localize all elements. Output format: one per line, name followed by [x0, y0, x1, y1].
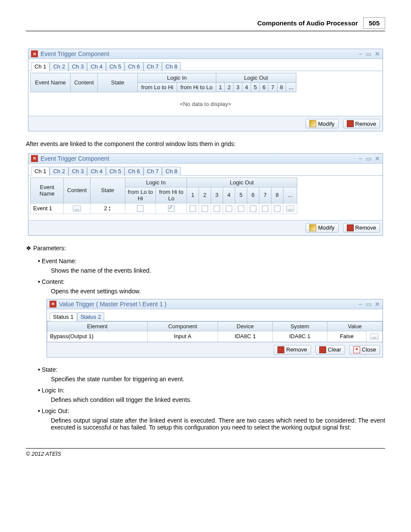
close-icon[interactable]: ✕ [375, 301, 380, 308]
app-icon: ✕ [50, 301, 56, 308]
pencil-icon [309, 120, 316, 127]
tab-ch6[interactable]: Ch 6 [125, 167, 143, 176]
param-logic-in-title: Logic In: [42, 387, 65, 394]
remove-icon [347, 224, 354, 231]
minimize-icon[interactable]: − [359, 155, 362, 162]
value-row: Bypass(Output 1) Input A IDA8C 1 IDA8C 1… [47, 331, 383, 342]
events-grid-filled: Event Name Content State Logic In Logic … [30, 177, 297, 214]
close-button[interactable]: ✕Close [349, 345, 380, 355]
maximize-icon[interactable]: ▭ [366, 50, 371, 57]
tab-ch5[interactable]: Ch 5 [106, 62, 125, 71]
tab-ch7[interactable]: Ch 7 [143, 62, 162, 71]
cell-value: False [327, 331, 366, 342]
tab-ch4[interactable]: Ch 4 [87, 167, 106, 176]
cell-out-2[interactable] [199, 203, 211, 214]
cell-out-5[interactable] [235, 203, 247, 214]
remove-button[interactable]: Remove [343, 223, 380, 233]
pencil-icon [309, 224, 316, 231]
col-out-3: 3 [234, 83, 242, 92]
maximize-icon[interactable]: ▭ [366, 301, 371, 308]
param-state-desc: Specifies the state number for triggerin… [51, 376, 385, 383]
cell-component: Input A [147, 331, 218, 342]
modify-button[interactable]: Modify [305, 223, 338, 233]
tab-ch6[interactable]: Ch 6 [125, 62, 143, 71]
cell-hi-lo[interactable] [156, 203, 187, 214]
param-content-title: Content: [42, 278, 65, 285]
event-trigger-window-empty: ✕ Event Trigger Component − ▭ ✕ Ch 1 Ch … [28, 49, 383, 131]
col-content: Content [71, 73, 98, 92]
param-logic-in-desc: Defines which condition will trigger the… [51, 396, 385, 403]
window-title: Event Trigger Component [40, 50, 359, 57]
remove-button[interactable]: Remove [343, 119, 380, 128]
status-tabs: Status 1 Status 2 [47, 309, 383, 321]
tab-status1[interactable]: Status 1 [50, 312, 77, 321]
tab-ch1[interactable]: Ch 1 [31, 167, 50, 176]
events-grid-empty: Event Name Content State Logic In Logic … [30, 73, 296, 92]
no-data-label: <No data to display> [30, 92, 381, 116]
tab-ch3[interactable]: Ch 3 [68, 167, 87, 176]
col-lo-hi: from Lo to Hi [138, 83, 177, 92]
tab-ch4[interactable]: Ch 4 [87, 62, 106, 71]
header-title: Components of Audio Processor [257, 19, 358, 27]
cell-value-more[interactable]: ... [367, 331, 383, 342]
tab-ch2[interactable]: Ch 2 [50, 62, 68, 71]
col-out-1: 1 [216, 83, 225, 92]
event-trigger-window-filled: ✕ Event Trigger Component − ▭ ✕ Ch 1 Ch … [28, 153, 383, 236]
cell-element: Bypass(Output 1) [47, 331, 148, 342]
cell-out-more[interactable]: ... [283, 203, 297, 214]
tab-ch1[interactable]: Ch 1 [31, 62, 50, 71]
tab-ch3[interactable]: Ch 3 [68, 62, 87, 71]
titlebar: ✕ Value Trigger ( Master Preset \ Event … [47, 299, 383, 309]
tab-ch8[interactable]: Ch 8 [162, 167, 181, 176]
tab-ch7[interactable]: Ch 7 [143, 167, 162, 176]
modify-button[interactable]: Modify [305, 119, 338, 128]
window-title: Value Trigger ( Master Preset \ Event 1 … [59, 301, 359, 308]
cell-out-6[interactable] [247, 203, 259, 214]
col-out-6: 6 [260, 83, 268, 92]
value-trigger-window: ✕ Value Trigger ( Master Preset \ Event … [47, 299, 383, 358]
maximize-icon[interactable]: ▭ [366, 155, 371, 162]
col-out-7: 7 [268, 83, 277, 92]
minimize-icon[interactable]: − [359, 301, 362, 308]
checkbox-checked-icon [168, 205, 174, 212]
paragraph-after: After events are linked to the component… [26, 140, 385, 148]
cell-out-3[interactable] [211, 203, 223, 214]
remove-button[interactable]: Remove [274, 345, 311, 355]
cell-out-7[interactable] [259, 203, 271, 214]
close-icon[interactable]: ✕ [375, 155, 380, 162]
clear-button[interactable]: Clear [315, 345, 345, 355]
cell-out-4[interactable] [223, 203, 235, 214]
tab-ch5[interactable]: Ch 5 [106, 167, 125, 176]
event-row: Event 1 ... 2▲▼ ... [31, 203, 297, 214]
tab-ch8[interactable]: Ch 8 [162, 62, 181, 71]
tab-status2[interactable]: Status 2 [77, 312, 105, 321]
spinner-icon[interactable]: ▲▼ [108, 205, 111, 212]
col-out-5: 5 [251, 83, 259, 92]
checkbox-icon [137, 205, 143, 212]
channel-tabs: Ch 1 Ch 2 Ch 3 Ch 4 Ch 5 Ch 6 Ch 7 Ch 8 [28, 164, 383, 176]
col-out-4: 4 [242, 83, 251, 92]
page-footer: © 2012 ATEÏS [26, 448, 385, 457]
col-logic-in: Logic In [138, 73, 216, 83]
param-content-desc: Opens the event settings window. [51, 288, 385, 295]
col-out-more: ... [286, 83, 296, 92]
col-event-name: Event Name [31, 73, 71, 92]
cell-state[interactable]: 2▲▼ [90, 203, 125, 214]
close-icon[interactable]: ✕ [375, 50, 380, 57]
cell-event-name: Event 1 [31, 203, 64, 214]
action-bar: Remove Clear ✕Close [47, 342, 383, 357]
action-bar: Modify Remove [28, 220, 383, 235]
cell-lo-hi[interactable] [125, 203, 156, 214]
cell-device: IDA8C 1 [218, 331, 273, 342]
tab-ch2[interactable]: Ch 2 [50, 167, 68, 176]
param-logic-out-title: Logic Out: [42, 408, 69, 414]
cell-out-8[interactable] [271, 203, 283, 214]
cell-content-button[interactable]: ... [64, 203, 90, 214]
param-state-title: State: [42, 366, 58, 373]
cell-out-1[interactable] [187, 203, 199, 214]
col-state: State [98, 73, 138, 92]
param-logic-out-desc: Defines output signal state after the li… [51, 417, 385, 431]
minimize-icon[interactable]: − [359, 50, 362, 57]
app-icon: ✕ [31, 155, 38, 162]
window-title: Event Trigger Component [40, 155, 359, 162]
